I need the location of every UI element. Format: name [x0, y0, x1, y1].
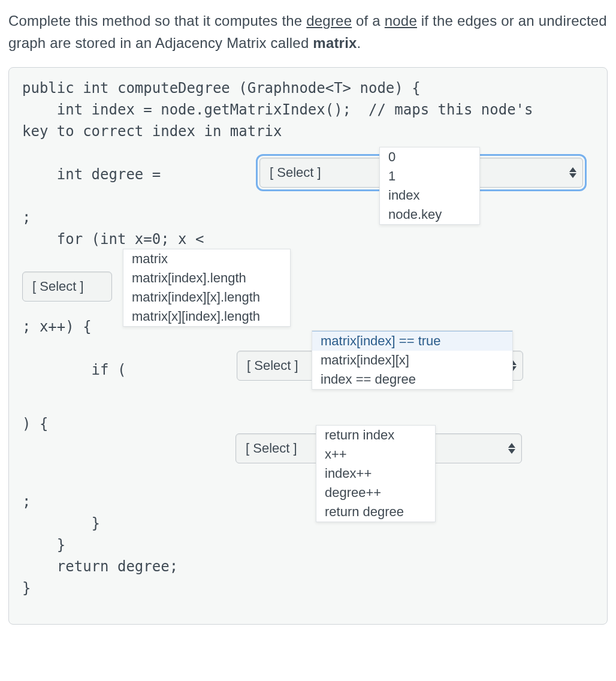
- select-1-options[interactable]: 0 1 index node.key: [379, 147, 480, 225]
- code-line-2: int index = node.getMatrixIndex(); // ma…: [22, 101, 533, 118]
- stepper-icon: [508, 443, 515, 454]
- svg-marker-1: [569, 173, 576, 178]
- svg-marker-0: [569, 167, 576, 172]
- code-line-9: ) {: [22, 415, 48, 432]
- select-loop-bound[interactable]: [ Select ]: [22, 272, 112, 302]
- option-indexpp[interactable]: index++: [316, 464, 435, 483]
- q-bold-matrix: matrix: [313, 35, 357, 51]
- question-text: Complete this method so that it computes…: [8, 10, 608, 54]
- option-matrix-x-index-length[interactable]: matrix[x][index].length: [123, 307, 290, 326]
- q-part1: Complete this method so that it computes…: [8, 13, 306, 29]
- select-4-label: [ Select ]: [246, 441, 297, 456]
- option-matrixindex-true[interactable]: matrix[index] == true: [312, 331, 512, 351]
- option-return-degree[interactable]: return degree: [316, 502, 435, 522]
- code-line-6: for (int x=0; x <: [22, 231, 213, 248]
- option-return-index[interactable]: return index: [316, 426, 435, 445]
- option-xpp[interactable]: x++: [316, 445, 435, 464]
- q-underline-node: node: [385, 13, 417, 29]
- select-4-options[interactable]: return index x++ index++ degree++ return…: [316, 425, 436, 522]
- select-1-label: [ Select ]: [270, 165, 321, 180]
- code-line-13: return degree;: [22, 558, 178, 575]
- code-line-10: ;: [22, 493, 31, 510]
- option-index-eq-degree[interactable]: index == degree: [312, 370, 512, 389]
- svg-marker-5: [508, 449, 515, 454]
- code-line-11: }: [22, 515, 100, 532]
- code-line-7: ; x++) {: [22, 318, 92, 335]
- option-matrix-index-length[interactable]: matrix[index].length: [123, 269, 290, 288]
- option-0[interactable]: 0: [380, 147, 479, 167]
- svg-marker-4: [508, 443, 515, 448]
- code-line-3: key to correct index in matrix: [22, 123, 282, 140]
- code-line-5: ;: [22, 209, 31, 226]
- code-line-1: public int computeDegree (Graphnode<T> n…: [22, 80, 421, 97]
- select-2-options[interactable]: matrix matrix[index].length matrix[index…: [123, 249, 291, 327]
- stepper-icon: [569, 167, 576, 178]
- code-panel: public int computeDegree (Graphnode<T> n…: [8, 67, 608, 625]
- option-matrixindexx[interactable]: matrix[index][x]: [312, 351, 512, 370]
- option-matrix-index-x-length[interactable]: matrix[index][x].length: [123, 288, 290, 307]
- option-matrix[interactable]: matrix: [123, 249, 290, 269]
- q-part2: of a: [352, 13, 385, 29]
- code-line-12: }: [22, 537, 65, 553]
- option-nodekey[interactable]: node.key: [380, 205, 479, 224]
- q-underline-degree: degree: [306, 13, 352, 29]
- option-degreepp[interactable]: degree++: [316, 483, 435, 502]
- select-3-options[interactable]: matrix[index] == true matrix[index][x] i…: [312, 330, 513, 390]
- code-line-14: }: [22, 580, 31, 596]
- q-part4: .: [357, 35, 361, 51]
- option-1[interactable]: 1: [380, 167, 479, 186]
- code-line-4: int degree =: [22, 166, 170, 183]
- select-2-label: [ Select ]: [32, 279, 84, 294]
- option-index[interactable]: index: [380, 186, 479, 205]
- code-line-8: if (: [22, 361, 135, 378]
- select-3-label: [ Select ]: [247, 358, 298, 373]
